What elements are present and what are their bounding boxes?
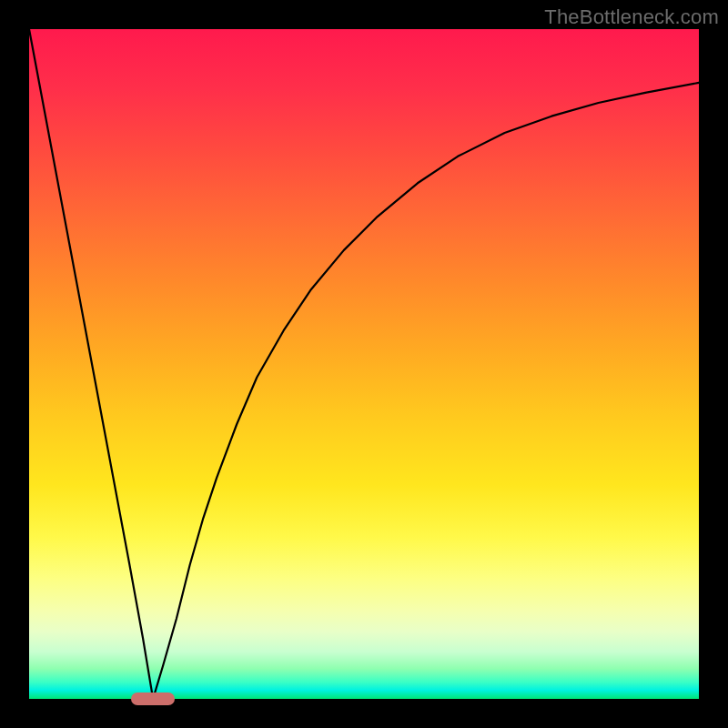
curve-path [29,29,699,699]
plot-area [29,29,699,699]
optimal-marker [131,693,175,705]
bottleneck-curve [29,29,699,699]
chart-frame: TheBottleneck.com [0,0,728,728]
watermark-text: TheBottleneck.com [544,5,719,29]
